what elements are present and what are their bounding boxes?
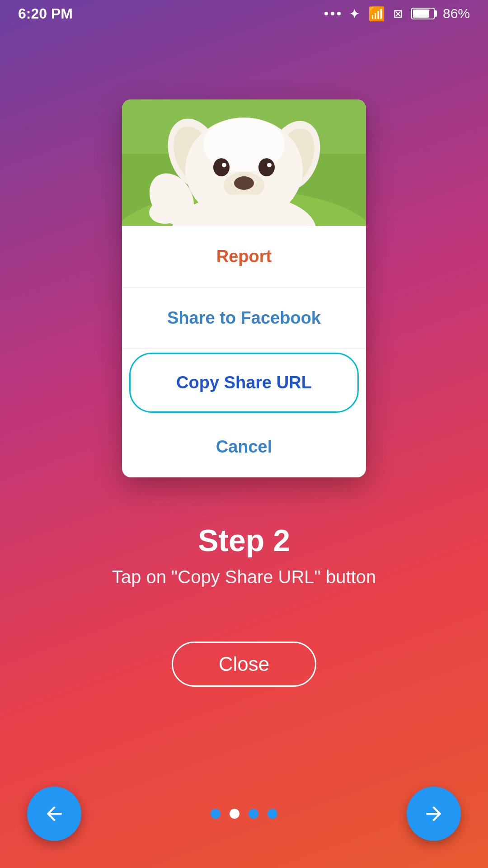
status-bar: 6:20 PM ✦ 📶 ⊠ 86% [0,0,488,27]
signal-icon: ⊠ [393,7,403,21]
battery-percentage: 86% [443,6,470,21]
share-card: Report Share to Facebook Copy Share URL … [122,99,366,477]
more-dots-icon [324,12,341,15]
menu-options: Report Share to Facebook Copy Share URL … [122,226,366,477]
navigation-area [0,787,488,841]
svg-point-10 [258,158,275,176]
close-button[interactable]: Close [172,642,316,687]
dot-1 [211,809,221,819]
step-title: Step 2 [112,523,376,558]
cancel-button[interactable]: Cancel [122,416,366,477]
svg-point-12 [267,163,272,167]
bluetooth-icon: ✦ [349,6,360,22]
back-arrow-icon [43,802,66,825]
page-dots [211,809,277,819]
main-content: Report Share to Facebook Copy Share URL … [0,27,488,868]
svg-point-9 [213,158,230,176]
forward-button[interactable] [407,787,461,841]
dog-image [122,99,366,226]
back-button[interactable] [27,787,81,841]
dot-3 [249,809,258,819]
battery-icon [411,8,435,19]
time-display: 6:20 PM [18,5,73,22]
copy-share-url-button[interactable]: Copy Share URL [129,353,359,413]
wifi-icon: 📶 [368,6,385,22]
forward-arrow-icon [422,802,445,825]
report-button[interactable]: Report [122,226,366,288]
step-description: Tap on "Copy Share URL" button [112,567,376,587]
svg-point-11 [222,163,226,167]
step-section: Step 2 Tap on "Copy Share URL" button [94,523,394,587]
svg-point-15 [234,176,254,190]
share-facebook-button[interactable]: Share to Facebook [122,288,366,349]
dot-2 [230,809,239,819]
dot-4 [267,809,277,819]
status-bar-right: ✦ 📶 ⊠ 86% [324,6,470,22]
